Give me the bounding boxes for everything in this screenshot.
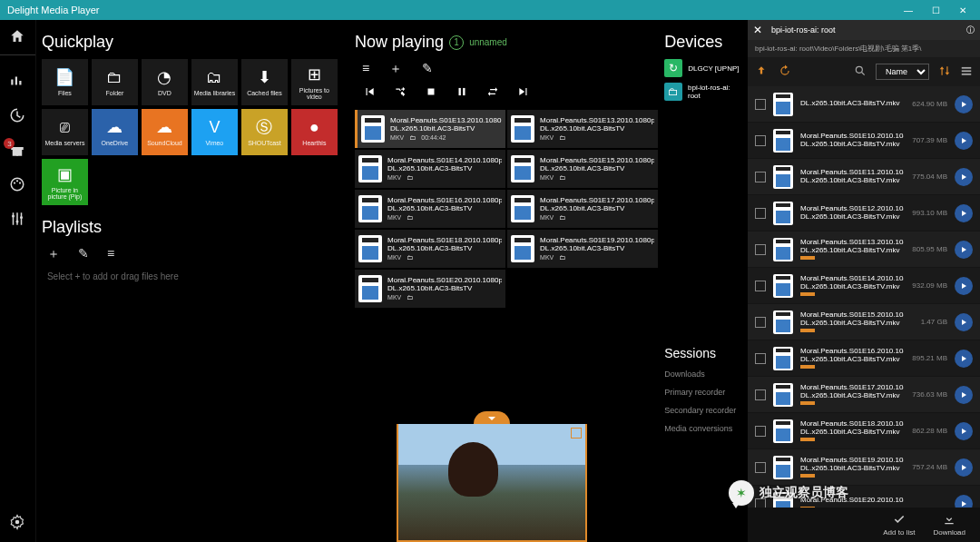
play-button[interactable]: [955, 241, 973, 259]
tile-hearthis[interactable]: ●Hearthis: [291, 109, 338, 155]
info-icon[interactable]: ⓘ: [966, 25, 975, 36]
tile-vimeo[interactable]: VVimeo: [191, 109, 238, 155]
checkbox[interactable]: [755, 99, 766, 110]
up-icon[interactable]: [755, 64, 768, 79]
device-item[interactable]: 🗀bpi-iot-ros-ai: root: [664, 83, 744, 101]
file-row[interactable]: Moral.Peanuts.S01E16.2010.1080p.WEB-DL.x…: [748, 340, 980, 377]
track-item[interactable]: Moral.Peanuts.S01E17.2010.1080p.WEB-DL.x…: [507, 190, 658, 228]
play-button[interactable]: [955, 458, 973, 477]
session-item[interactable]: Media conversions: [664, 424, 744, 433]
file-row[interactable]: Moral.Peanuts.S01E18.2010.1080p.WEB-DL.x…: [748, 413, 980, 449]
sort-order-icon[interactable]: [938, 64, 951, 79]
sliders-icon[interactable]: [8, 210, 26, 228]
list-view-icon[interactable]: ≡: [107, 246, 114, 262]
settings-icon[interactable]: [8, 513, 26, 531]
history-icon[interactable]: [8, 106, 26, 124]
checkbox[interactable]: [755, 281, 766, 291]
file-row[interactable]: Moral.Peanuts.S01E10.2010.1080p.WEB-DL.x…: [748, 123, 980, 159]
device-item[interactable]: ↻DLGCY [UPNP]: [664, 59, 744, 77]
track-item[interactable]: Moral.Peanuts.S01E20.2010.1080p.WEB-DL.x…: [355, 270, 505, 308]
file-row[interactable]: Moral.Peanuts.S01E11.2010.1080p.WEB-DL.x…: [748, 159, 980, 195]
pip-preview[interactable]: [397, 424, 587, 542]
play-button[interactable]: [955, 350, 973, 368]
gift-icon[interactable]: 3: [8, 141, 26, 159]
edit-track-icon[interactable]: ✎: [422, 61, 433, 77]
prev-icon[interactable]: [360, 83, 378, 101]
playlist-items-icon[interactable]: ≡: [362, 61, 369, 77]
add-playlist-icon[interactable]: ＋: [47, 246, 60, 262]
checkbox[interactable]: [755, 426, 766, 437]
file-browser: ✕ bpi-iot-ros-ai: root ⓘ bpi-iot-ros-ai:…: [748, 20, 980, 542]
play-button[interactable]: [955, 422, 973, 440]
checkbox[interactable]: [755, 135, 766, 146]
play-button[interactable]: [955, 313, 973, 331]
file-row[interactable]: Moral.Peanuts.S01E20.2010.1080p.WEB-: [748, 486, 980, 508]
edit-playlist-icon[interactable]: ✎: [78, 246, 89, 262]
track-item[interactable]: Moral.Peanuts.S01E13.2010.1080p.WEB-DL.x…: [507, 110, 658, 148]
tile-onedrive[interactable]: ☁OneDrive: [92, 109, 138, 155]
home-icon[interactable]: [8, 27, 26, 45]
window-maximize[interactable]: ☐: [922, 0, 949, 20]
checkbox[interactable]: [755, 353, 766, 364]
checkbox[interactable]: [755, 208, 766, 219]
add-track-icon[interactable]: ＋: [389, 61, 402, 77]
search-icon[interactable]: [854, 64, 867, 79]
shuffle-icon[interactable]: [391, 83, 409, 101]
tile-cached-files[interactable]: ⬇Cached files: [241, 59, 288, 105]
session-item[interactable]: Primary recorder: [664, 388, 744, 397]
pip-toggle-icon[interactable]: [474, 411, 510, 424]
checkbox[interactable]: [755, 172, 766, 182]
checkbox[interactable]: [755, 498, 766, 508]
tile-files[interactable]: 📄Files: [42, 59, 88, 105]
tile-media-servers[interactable]: ⎚Media servers: [42, 109, 88, 155]
play-button[interactable]: [955, 495, 973, 508]
track-item[interactable]: Moral.Peanuts.S01E13.2010.1080p.WEB-DL.x…: [355, 110, 505, 148]
view-icon[interactable]: [960, 64, 973, 79]
checkbox[interactable]: [755, 389, 766, 400]
track-item[interactable]: Moral.Peanuts.S01E19.2010.1080p.WEB-DL.x…: [507, 230, 658, 268]
file-row[interactable]: Moral.Peanuts.S01E15.2010.1080p.WEB-DL.x…: [748, 304, 980, 340]
stop-icon[interactable]: [422, 83, 440, 101]
add-to-list-button[interactable]: Add to list: [883, 513, 915, 537]
tile-picture-in-picture-pip-[interactable]: ▣Picture in picture (Pip): [42, 159, 88, 205]
refresh-icon[interactable]: [779, 64, 791, 79]
tile-dvd[interactable]: ◔DVD: [142, 59, 188, 105]
repeat-icon[interactable]: [484, 83, 502, 101]
tile-soundcloud[interactable]: ☁SoundCloud: [142, 109, 188, 155]
play-button[interactable]: [955, 204, 973, 222]
file-row[interactable]: Moral.Peanuts.S01E19.2010.1080p.WEB-DL.x…: [748, 449, 980, 486]
pause-icon[interactable]: [453, 83, 471, 101]
checkbox[interactable]: [755, 244, 766, 255]
file-row[interactable]: Moral.Peanuts.S01E17.2010.1080p.WEB-DL.x…: [748, 377, 980, 413]
checkbox[interactable]: [755, 317, 766, 328]
track-item[interactable]: Moral.Peanuts.S01E18.2010.1080p.WEB-DL.x…: [355, 230, 505, 268]
breadcrumb[interactable]: bpi-iot-ros-ai: root\Video\Folders\电视剧\毛…: [748, 40, 980, 57]
download-button[interactable]: Download: [933, 513, 965, 537]
play-button[interactable]: [955, 132, 973, 150]
play-button[interactable]: [955, 168, 973, 186]
track-item[interactable]: Moral.Peanuts.S01E14.2010.1080p.WEB-DL.x…: [355, 150, 505, 188]
file-row[interactable]: DL.x265.10bit.AC3-BitsTV.mkv624.90 MB: [748, 86, 980, 123]
file-row[interactable]: Moral.Peanuts.S01E13.2010.1080p.WEB-DL.x…: [748, 232, 980, 268]
window-close[interactable]: ✕: [949, 0, 976, 20]
track-item[interactable]: Moral.Peanuts.S01E16.2010.1080p.WEB-DL.x…: [355, 190, 505, 228]
file-row[interactable]: Moral.Peanuts.S01E14.2010.1080p.WEB-DL.x…: [748, 268, 980, 304]
track-item[interactable]: Moral.Peanuts.S01E15.2010.1080p.WEB-DL.x…: [507, 150, 658, 188]
tile-shoutcast[interactable]: ⓈSHOUTcast: [241, 109, 288, 155]
palette-icon[interactable]: [8, 175, 26, 193]
play-button[interactable]: [955, 277, 973, 295]
session-item[interactable]: Downloads: [664, 370, 744, 379]
file-row[interactable]: Moral.Peanuts.S01E12.2010.1080p.WEB-DL.x…: [748, 195, 980, 232]
tile-pictures-to-video[interactable]: ⊞Pictures to video: [291, 59, 338, 105]
close-browser-icon[interactable]: ✕: [753, 24, 762, 36]
next-icon[interactable]: [514, 83, 533, 101]
sort-select[interactable]: Name: [876, 64, 929, 80]
tile-media-libraries[interactable]: 🗂Media libraries: [191, 59, 238, 105]
window-minimize[interactable]: —: [895, 0, 922, 20]
session-item[interactable]: Secondary recorder: [664, 406, 744, 415]
play-button[interactable]: [955, 386, 973, 404]
play-button[interactable]: [955, 95, 973, 113]
tile-folder[interactable]: 🗀Folder: [92, 59, 138, 105]
checkbox[interactable]: [755, 462, 766, 473]
equalizer-icon[interactable]: [8, 72, 26, 90]
